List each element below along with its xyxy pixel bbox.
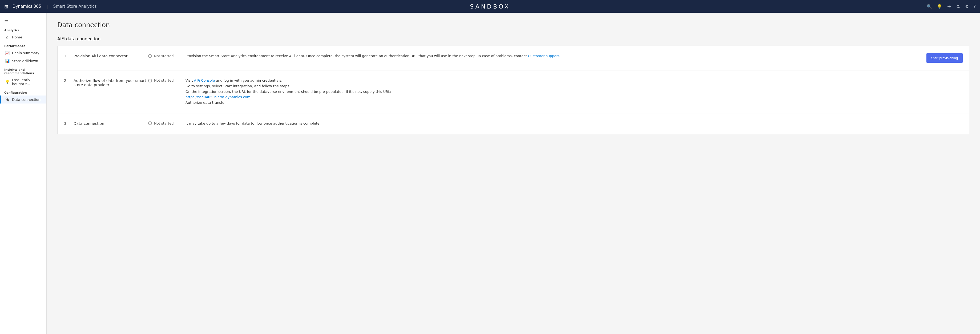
chart-bar-icon: 📊 — [5, 59, 10, 63]
sidebar-item-frequently-bought[interactable]: 💡 Frequently bought t... — [0, 76, 46, 88]
steps-card: 1. Provision AiFi data connector Not sta… — [57, 46, 969, 134]
step-1-description: Provision the Smart Store Analytics envi… — [186, 53, 920, 59]
sidebar-section-configuration: Configuration — [0, 88, 46, 96]
sidebar-section-insights: Insights and recommendations — [0, 65, 46, 76]
step-1-number: 1. — [64, 53, 73, 58]
step-3-row: 3. Data connection Not started It may ta… — [57, 113, 969, 134]
step-1-status-text: Not started — [154, 54, 173, 58]
step-1-action: Start provisioning — [920, 53, 963, 63]
sidebar-item-store-drilldown[interactable]: 📊 Store drilldown — [0, 57, 46, 65]
help-icon[interactable]: ? — [974, 4, 976, 9]
step-1-row: 1. Provision AiFi data connector Not sta… — [57, 46, 969, 70]
step-3-status: Not started — [148, 121, 186, 125]
step-2-row: 2. Authorize flow of data from your smar… — [57, 70, 969, 113]
sidebar-item-chain-label: Chain summary — [12, 51, 40, 55]
settings-icon[interactable]: ⚙ — [965, 4, 969, 9]
separator: | — [46, 4, 48, 9]
topbar-actions: 🔍 💡 + ⚗ ⚙ ? — [927, 3, 976, 10]
step-1-customer-support-link[interactable]: Customer support. — [528, 54, 560, 58]
search-icon[interactable]: 🔍 — [927, 4, 932, 9]
sidebar-item-home-label: Home — [12, 35, 22, 39]
step-3-number: 3. — [64, 121, 73, 126]
step-3-status-circle — [148, 121, 152, 125]
sidebar-item-freq-label: Frequently bought t... — [12, 78, 42, 86]
step-2-status-text: Not started — [154, 78, 173, 82]
bulb-icon: 💡 — [5, 80, 10, 84]
step-2-name: Authorize flow of data from your smart s… — [73, 78, 148, 87]
main-content: Data connection AiFi data connection 1. … — [47, 13, 980, 334]
lightbulb-icon[interactable]: 💡 — [937, 4, 942, 9]
chart-line-icon: 📈 — [5, 51, 10, 55]
sidebar: ☰ Analytics ⌂ Home Performance 📈 Chain s… — [0, 13, 47, 334]
sidebar-item-data-connection[interactable]: 🔌 Data connection — [0, 96, 46, 104]
step-2-description: Visit AiFi Console and log in with you a… — [186, 78, 920, 105]
step-3-description: It may take up to a few days for data to… — [186, 121, 920, 126]
step-2-number: 2. — [64, 78, 73, 83]
sidebar-item-home[interactable]: ⌂ Home — [0, 33, 46, 41]
page-title: Data connection — [57, 21, 969, 29]
data-connection-icon: 🔌 — [5, 97, 10, 102]
sidebar-item-store-label: Store drilldown — [12, 59, 38, 63]
filter-icon[interactable]: ⚗ — [956, 4, 960, 9]
app-name: Smart Store Analytics — [53, 4, 97, 9]
home-icon: ⌂ — [5, 35, 10, 39]
step-2-status-circle — [148, 79, 152, 82]
sidebar-item-dataconn-label: Data connection — [12, 97, 40, 102]
sidebar-section-analytics: Analytics — [0, 26, 46, 33]
step-3-name: Data connection — [73, 121, 148, 126]
hamburger-icon[interactable]: ☰ — [0, 15, 46, 26]
topbar-left: ⊞ Dynamics 365 | Smart Store Analytics — [4, 4, 97, 10]
brand-name: Dynamics 365 — [13, 4, 41, 9]
topbar: ⊞ Dynamics 365 | Smart Store Analytics S… — [0, 0, 980, 13]
start-provisioning-button[interactable]: Start provisioning — [926, 53, 963, 63]
add-icon[interactable]: + — [947, 3, 951, 10]
step-1-status-circle — [148, 54, 152, 58]
step-2-status: Not started — [148, 78, 186, 82]
sandbox-label: SANDBOX — [470, 3, 510, 10]
waffle-icon[interactable]: ⊞ — [4, 4, 8, 10]
sidebar-section-performance: Performance — [0, 41, 46, 49]
section-title: AiFi data connection — [57, 36, 969, 42]
aifi-console-link[interactable]: AiFi Console — [194, 78, 215, 82]
step-1-name: Provision AiFi data connector — [73, 53, 148, 58]
sidebar-item-chain-summary[interactable]: 📈 Chain summary — [0, 49, 46, 57]
step-1-status: Not started — [148, 53, 186, 58]
step-3-status-text: Not started — [154, 121, 173, 125]
dynamics-url-link[interactable]: https://ssa0405us.crm.dynamics.com. — [186, 95, 251, 99]
layout: ☰ Analytics ⌂ Home Performance 📈 Chain s… — [0, 13, 980, 334]
